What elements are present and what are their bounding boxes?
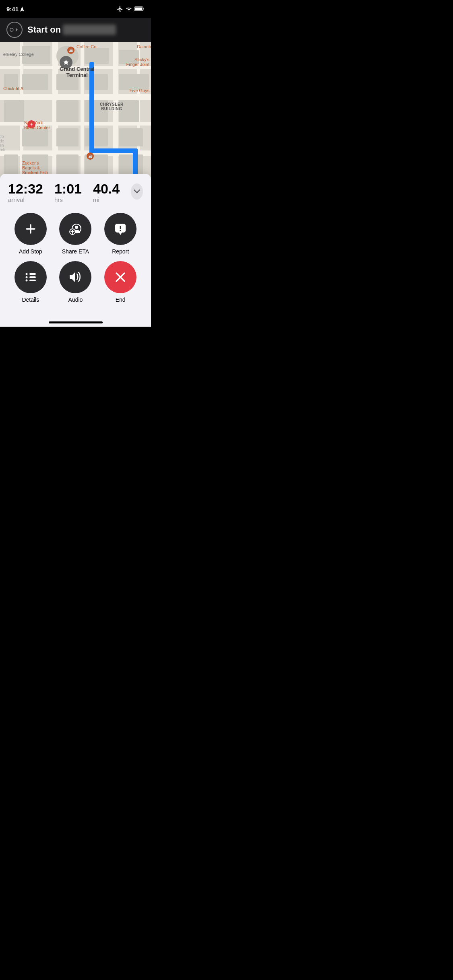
- location-icon: [20, 6, 24, 12]
- bottom-sheet: 12:32 arrival 1:01 hrs 40.4 mi: [0, 174, 151, 327]
- status-time: 9:41: [6, 6, 24, 12]
- route-segment-h: [89, 148, 138, 153]
- svg-point-2: [10, 28, 13, 31]
- list-icon: [24, 272, 37, 283]
- wifi-icon: [126, 6, 132, 11]
- map-label-zuckers: Zucker'sBagels &Smoked Fish: [22, 161, 48, 175]
- add-stop-button[interactable]: [14, 213, 47, 245]
- coffee-icon-1: ☕: [67, 47, 74, 54]
- time-display: 9:41: [6, 6, 19, 12]
- svg-point-9: [25, 273, 27, 275]
- distance: 40.4 mi: [93, 182, 120, 203]
- report-button[interactable]: [104, 213, 137, 245]
- block-16: [119, 128, 143, 146]
- end-button[interactable]: [104, 261, 137, 293]
- block-13: [22, 128, 48, 146]
- svg-point-11: [25, 280, 27, 282]
- report-label: Report: [112, 248, 129, 255]
- nav-direction-icon: [6, 22, 23, 38]
- add-stop-label: Add Stop: [19, 248, 42, 255]
- block-9: [119, 74, 149, 90]
- audio-container: Audio: [59, 261, 91, 303]
- svg-rect-1: [135, 8, 142, 10]
- share-eta-button[interactable]: [59, 213, 91, 245]
- svg-rect-12: [29, 273, 36, 275]
- details-label: Details: [22, 296, 39, 303]
- map-label-chrysler: CHRYSLERBUILDING: [100, 102, 124, 111]
- block-15: [85, 128, 108, 146]
- report-icon: [114, 222, 127, 236]
- block-chrysler: [56, 100, 79, 122]
- block-6: [22, 74, 48, 90]
- arrival-time-value: 12:32: [8, 182, 43, 196]
- svg-rect-13: [29, 276, 36, 278]
- svg-point-8: [120, 230, 121, 231]
- chevron-down-icon: [134, 189, 140, 194]
- map-label-fiveguys: Five Guys: [129, 88, 149, 93]
- map-label-coffee: Coffee Co.: [77, 44, 97, 49]
- arrival-label: arrival: [8, 196, 25, 203]
- arrival-time: 12:32 arrival: [8, 182, 43, 203]
- duration-label: hrs: [54, 196, 63, 203]
- add-stop-container: Add Stop: [14, 213, 47, 255]
- map-label-blood-center: New YorkBlood Center: [24, 120, 50, 130]
- x-icon: [114, 271, 126, 283]
- svg-rect-14: [29, 280, 36, 281]
- battery-icon: [134, 6, 145, 11]
- duration-value: 1:01: [54, 182, 82, 196]
- nav-banner: Start on ██████ Pl: [0, 18, 151, 42]
- status-icons: [117, 6, 145, 12]
- nav-instruction: Start on ██████ Pl: [27, 25, 116, 35]
- share-eta-container: Share ETA: [59, 213, 91, 255]
- block-3: [85, 48, 109, 64]
- airplane-icon: [117, 6, 123, 12]
- svg-point-10: [25, 276, 27, 278]
- coffee-icon-2: ☕: [87, 152, 94, 160]
- distance-value: 40.4: [93, 182, 120, 196]
- details-button[interactable]: [14, 261, 47, 293]
- audio-button[interactable]: [59, 261, 91, 293]
- share-eta-label: Share ETA: [62, 248, 89, 255]
- audio-label: Audio: [68, 296, 83, 303]
- svg-point-4: [75, 226, 78, 229]
- map-label-stickys: Sticky'sFinger Joint: [126, 57, 149, 67]
- map-label-grand-central: Grand CentralTerminal: [60, 66, 95, 78]
- map-label-left1: uladoral deco ena York: [0, 134, 5, 152]
- end-label: End: [116, 296, 126, 303]
- nav-street-blurred: ██████ Pl: [63, 25, 116, 35]
- action-buttons: Add Stop Share ETA: [0, 203, 151, 303]
- block-10: [4, 100, 24, 122]
- collapse-button[interactable]: [131, 183, 143, 200]
- map-label-chickfila: Chick-fil-A: [3, 86, 23, 91]
- map-label-dainob: Dainob: [137, 44, 151, 49]
- block-14: [56, 128, 79, 146]
- map-label-berkeley: erkeley College: [3, 52, 34, 57]
- buttons-row-2: Details Audio: [8, 261, 143, 303]
- end-container: End: [104, 261, 137, 303]
- block-19: [56, 154, 79, 175]
- block-21: [119, 154, 143, 175]
- report-container: Report: [104, 213, 137, 255]
- buttons-row-1: Add Stop Share ETA: [8, 213, 143, 255]
- duration: 1:01 hrs: [54, 182, 82, 203]
- share-eta-icon: [68, 221, 83, 237]
- status-bar: 9:41: [0, 0, 151, 18]
- speaker-icon: [68, 271, 83, 284]
- home-indicator: [49, 321, 103, 323]
- distance-label: mi: [93, 196, 99, 203]
- eta-row: 12:32 arrival 1:01 hrs 40.4 mi: [0, 174, 151, 203]
- details-container: Details: [14, 261, 47, 303]
- svg-rect-7: [120, 226, 121, 229]
- block-17: [4, 154, 18, 175]
- plus-icon: [24, 222, 37, 235]
